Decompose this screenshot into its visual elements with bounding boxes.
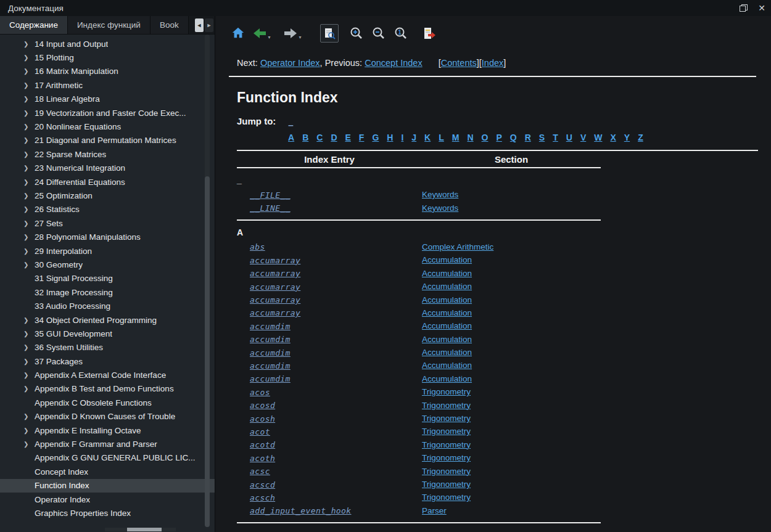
function-link[interactable]: acosd <box>250 401 275 410</box>
function-link[interactable]: accumarray <box>250 269 300 278</box>
tab-function-index[interactable]: Индекс функций <box>68 16 150 34</box>
function-link[interactable]: accumarray <box>250 282 300 292</box>
sidebar-item[interactable]: ❯16 Matrix Manipulation <box>0 65 215 78</box>
jump-letter-n[interactable]: N <box>467 133 473 142</box>
sidebar-item[interactable]: ❯Appendix B Test and Demo Functions <box>0 382 215 396</box>
section-link[interactable]: Trigonometry <box>422 414 471 423</box>
section-link[interactable]: Trigonometry <box>422 453 471 462</box>
jump-letter-t[interactable]: T <box>553 133 558 142</box>
chevron-right-icon[interactable]: ❯ <box>23 317 35 324</box>
back-history-caret-icon[interactable]: ▾ <box>268 35 270 40</box>
section-link[interactable]: Parser <box>422 506 447 515</box>
close-button[interactable]: ✕ <box>752 0 771 16</box>
jump-letter-p[interactable]: P <box>496 133 501 142</box>
jump-letter-i[interactable]: I <box>401 133 403 142</box>
sidebar-item[interactable]: ❯34 Object Oriented Programming <box>0 313 215 327</box>
jump-letter-y[interactable]: Y <box>624 133 630 142</box>
chevron-right-icon[interactable]: ❯ <box>23 41 35 47</box>
function-link[interactable]: acos <box>250 388 270 397</box>
section-link[interactable]: Trigonometry <box>422 467 471 476</box>
jump-letter-h[interactable]: H <box>387 133 393 142</box>
jump-letter-z[interactable]: Z <box>638 133 643 142</box>
sidebar-item[interactable]: ❯Appendix D Known Causes of Trouble <box>0 410 215 424</box>
chevron-right-icon[interactable]: ❯ <box>23 330 35 337</box>
sidebar-item[interactable]: ❯18 Linear Algebra <box>0 92 215 106</box>
section-link[interactable]: Accumulation <box>422 282 472 291</box>
tab-scroll-left-button[interactable]: ◄ <box>195 18 204 32</box>
tab-contents[interactable]: Содержание <box>0 16 68 34</box>
sidebar-item[interactable]: ❯28 Polynomial Manipulations <box>0 230 215 243</box>
sidebar-item[interactable]: 33 Audio Processing <box>0 299 215 313</box>
jump-letter-a[interactable]: A <box>288 133 294 142</box>
section-link[interactable]: Trigonometry <box>422 480 471 489</box>
chevron-right-icon[interactable]: ❯ <box>23 123 35 130</box>
function-link[interactable]: accumarray <box>250 256 300 265</box>
function-link[interactable]: acscd <box>250 480 275 489</box>
sidebar-item[interactable]: Graphics Properties Index <box>0 506 215 520</box>
function-link[interactable]: accumdim <box>250 348 291 358</box>
chevron-right-icon[interactable]: ❯ <box>23 82 35 89</box>
jump-letter-c[interactable]: C <box>316 133 323 142</box>
chevron-right-icon[interactable]: ❯ <box>23 427 35 434</box>
jump-letter-underscore[interactable]: _ <box>289 117 294 126</box>
chevron-right-icon[interactable]: ❯ <box>23 165 35 171</box>
jump-letter-w[interactable]: W <box>594 133 602 142</box>
function-link[interactable]: acotd <box>250 440 275 449</box>
sidebar-vertical-scrollbar[interactable] <box>205 35 210 527</box>
sidebar-item[interactable]: ❯25 Optimization <box>0 189 215 202</box>
sidebar-item[interactable]: ❯Appendix F Grammar and Parser <box>0 437 215 451</box>
sidebar-item[interactable]: Operator Index <box>0 493 215 506</box>
chevron-right-icon[interactable]: ❯ <box>23 96 35 102</box>
sidebar-item[interactable]: ❯27 Sets <box>0 216 215 230</box>
function-link[interactable]: __LINE__ <box>250 203 291 213</box>
jump-letter-x[interactable]: X <box>610 133 616 142</box>
function-link[interactable]: __FILE__ <box>250 190 291 200</box>
sidebar-horizontal-scrollbar[interactable] <box>105 528 176 531</box>
chevron-right-icon[interactable]: ❯ <box>23 358 35 365</box>
section-link[interactable]: Trigonometry <box>422 440 471 449</box>
jump-letter-k[interactable]: K <box>424 133 431 142</box>
section-link[interactable]: Trigonometry <box>422 493 471 502</box>
sidebar-item[interactable]: Appendix C Obsolete Functions <box>0 396 215 409</box>
section-link[interactable]: Accumulation <box>422 308 472 317</box>
function-link[interactable]: accumarray <box>250 295 300 305</box>
jump-letter-u[interactable]: U <box>566 133 572 142</box>
jump-letter-j[interactable]: J <box>411 133 416 142</box>
sidebar-item[interactable]: ❯30 Geometry <box>0 258 215 271</box>
function-link[interactable]: accumdim <box>250 361 291 370</box>
chevron-right-icon[interactable]: ❯ <box>23 441 35 448</box>
forward-button[interactable]: ▾ <box>283 24 302 43</box>
jump-letter-v[interactable]: V <box>580 133 586 142</box>
chevron-right-icon[interactable]: ❯ <box>23 206 35 213</box>
sidebar-item[interactable]: ❯24 Differential Equations <box>0 175 215 189</box>
section-link[interactable]: Accumulation <box>422 295 472 305</box>
section-link[interactable]: Trigonometry <box>422 387 471 396</box>
function-link[interactable]: accumarray <box>250 308 300 317</box>
sidebar-item[interactable]: ❯29 Interpolation <box>0 244 215 258</box>
function-link[interactable]: acosh <box>250 414 275 424</box>
chevron-right-icon[interactable]: ❯ <box>23 220 35 227</box>
function-link[interactable]: abs <box>250 242 265 252</box>
sidebar-item[interactable]: ❯22 Sparse Matrices <box>0 147 215 161</box>
chevron-right-icon[interactable]: ❯ <box>23 372 35 379</box>
section-link[interactable]: Trigonometry <box>422 401 471 410</box>
chevron-right-icon[interactable]: ❯ <box>23 179 35 186</box>
sidebar-item[interactable]: ❯21 Diagonal and Permutation Matrices <box>0 134 215 147</box>
sidebar-item[interactable]: 31 Signal Processing <box>0 272 215 285</box>
jump-letter-g[interactable]: G <box>372 133 379 142</box>
chevron-right-icon[interactable]: ❯ <box>23 151 35 158</box>
contents-link[interactable]: Contents <box>441 58 477 68</box>
sidebar-item[interactable]: ❯36 System Utilities <box>0 341 215 354</box>
sidebar-item[interactable]: ❯Appendix E Installing Octave <box>0 424 215 437</box>
chevron-right-icon[interactable]: ❯ <box>23 344 35 351</box>
function-link[interactable]: acot <box>250 427 270 436</box>
sidebar-item[interactable]: ❯19 Vectorization and Faster Code Exec..… <box>0 106 215 120</box>
jump-letter-q[interactable]: Q <box>510 133 517 142</box>
restore-button[interactable] <box>734 0 752 16</box>
jump-letter-e[interactable]: E <box>345 133 351 142</box>
sidebar-item[interactable]: ❯23 Numerical Integration <box>0 162 215 175</box>
sidebar-item[interactable]: ❯17 Arithmetic <box>0 78 215 92</box>
function-link[interactable]: add_input_event_hook <box>250 506 352 515</box>
function-link[interactable]: accumdim <box>250 322 291 331</box>
tab-bookmarks[interactable]: Book <box>150 16 189 34</box>
